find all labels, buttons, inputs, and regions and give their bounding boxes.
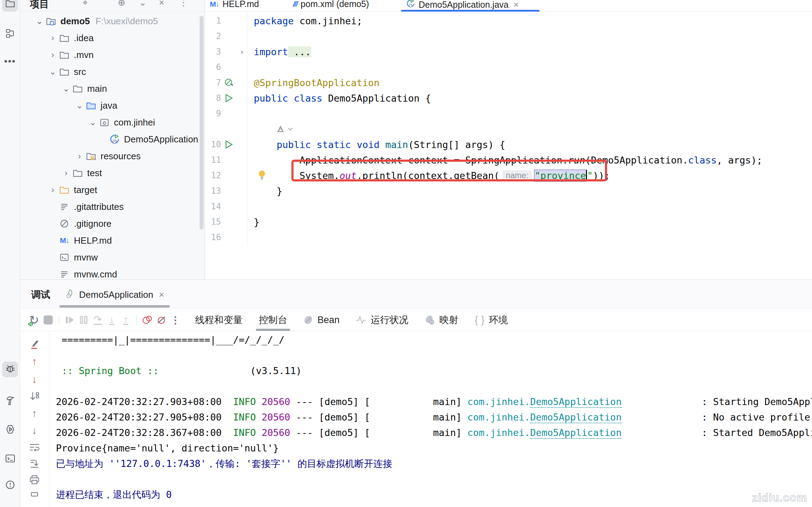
chevron-right-icon[interactable]: › (74, 151, 85, 161)
pause-button[interactable] (77, 313, 91, 327)
close-icon[interactable]: × (514, 0, 519, 10)
tab-threads-variables[interactable]: 线程和变量 (195, 309, 243, 331)
resume-button[interactable] (63, 313, 77, 327)
tree-row-demo5application[interactable]: Demo5Application (20, 131, 205, 148)
select-opened-file-icon[interactable]: ⌖ (83, 0, 88, 8)
tree-row-idea[interactable]: › .idea (20, 30, 205, 46)
more-icon: ••• (4, 56, 16, 67)
mute-breakpoints-button[interactable] (154, 313, 168, 327)
chevron-right-icon[interactable]: › (47, 185, 58, 195)
code-editor[interactable]: 1 package com.jinhei; 2 3 › import ... 6… (205, 12, 812, 245)
structure-tool-button[interactable] (2, 26, 18, 42)
chevron-right-icon[interactable]: › (47, 33, 58, 43)
editor-tab-strip: M↓ HELP.md /// pom.xml (demo5) Demo5Appl… (205, 0, 812, 12)
jump-to-source-icon[interactable] (28, 391, 41, 402)
step-over-button[interactable]: ↷ (91, 313, 105, 327)
folder-icon (58, 33, 70, 43)
clear-console-icon[interactable] (28, 491, 41, 501)
fold-expand-icon[interactable]: › (237, 47, 247, 56)
chevron-down-icon[interactable]: ⌄ (34, 16, 45, 26)
spring-boot-version-line: :: Spring Boot :: (v3.5.11) (56, 363, 812, 379)
scroll-to-end-icon[interactable] (28, 458, 41, 469)
logger-link[interactable]: Demo5Application (530, 396, 621, 408)
tab-bean[interactable]: Bean (303, 309, 340, 331)
soft-wrap-icon[interactable] (28, 442, 41, 453)
tree-row-mvnw-cmd[interactable]: mvnw.cmd (20, 266, 205, 280)
session-tab-label: Demo5Application (79, 289, 153, 300)
tree-row-com-jinhei[interactable]: ⌄ com.jinhei (20, 114, 205, 131)
build-tool-button[interactable] (2, 393, 18, 409)
code-method-name: main (385, 139, 408, 150)
tree-row-resources[interactable]: › resources (20, 148, 205, 165)
step-out-button[interactable]: ↑ (119, 313, 133, 327)
tree-row-src[interactable]: ⌄ src (20, 63, 205, 80)
tree-label: .gitattributes (74, 201, 124, 212)
stop-button[interactable] (41, 313, 55, 327)
more-tool-windows-button[interactable]: ••• (2, 53, 18, 69)
tab-help-md[interactable]: M↓ HELP.md (210, 0, 259, 12)
view-breakpoints-button[interactable] (140, 313, 154, 327)
intention-bulb-icon[interactable] (258, 170, 266, 182)
logger-link[interactable]: Demo5Application (530, 412, 621, 423)
print-icon[interactable] (28, 475, 41, 485)
line-number: 7 (205, 78, 221, 88)
line-number: 8 (205, 93, 221, 103)
tab-demo5application-java[interactable]: Demo5Application.java × (401, 0, 540, 12)
debug-tool-button[interactable] (2, 361, 18, 377)
tree-project-path: F:\xuexi\demo5 (96, 16, 158, 27)
services-icon (5, 424, 15, 436)
marker-icon[interactable] (28, 339, 41, 349)
terminal-tool-button[interactable] (2, 451, 18, 467)
problems-tool-button[interactable] (2, 477, 18, 493)
rerun-application-gutter-icon[interactable] (221, 78, 237, 87)
line-number: 11 (205, 155, 221, 165)
console-output[interactable]: =========|_|==============|___/=/_/_/_/ … (49, 331, 812, 507)
tab-environment[interactable]: { } 环境 (475, 309, 508, 331)
down-stack-trace-icon[interactable]: ↓ (28, 373, 41, 385)
tree-row-test[interactable]: › test (20, 165, 205, 181)
tree-row-mvnw[interactable]: mvnw (20, 249, 205, 266)
tree-row-gitignore[interactable]: .gitignore (20, 215, 205, 232)
logger-link[interactable]: Demo5Application (530, 427, 621, 439)
chevron-down-icon[interactable]: ⌄ (87, 117, 98, 127)
tree-row-gitattributes[interactable]: .gitattributes (20, 198, 205, 215)
chevron-down-icon[interactable]: ⌄ (47, 67, 58, 77)
step-into-button[interactable]: ↓ (105, 313, 119, 327)
project-panel: 项目 ⌖ ⊕ ⌄ × ⋮ ⌄ demo5 F:\xuexi\demo5 › (20, 0, 205, 280)
run-class-gutter-icon[interactable] (221, 94, 237, 103)
services-tool-button[interactable] (2, 422, 18, 438)
code-keyword: import (254, 46, 288, 57)
up-stack-trace-icon[interactable]: ↑ (28, 355, 41, 367)
chevron-right-icon[interactable]: › (60, 168, 72, 178)
tree-row-demo5[interactable]: ⌄ demo5 F:\xuexi\demo5 (20, 13, 205, 30)
chevron-down-icon[interactable]: ⌄ (60, 84, 72, 94)
code-vision-ai-icon[interactable] (276, 124, 293, 134)
tree-row-helpmd[interactable]: M↓ HELP.md (20, 232, 205, 249)
chevron-right-icon[interactable]: › (47, 50, 58, 60)
tree-scrollbar[interactable] (200, 16, 204, 230)
folded-imports[interactable]: ... (288, 46, 311, 57)
tab-console[interactable]: 控制台 (259, 309, 287, 331)
tab-health[interactable]: 运行状况 (356, 309, 408, 331)
close-icon[interactable]: × (159, 289, 164, 300)
rerun-button[interactable]: ↻ (27, 313, 41, 327)
hide-panel-icon[interactable]: × (159, 0, 164, 8)
toolbar-more-icon[interactable]: ⋮ (168, 313, 182, 327)
tree-row-main[interactable]: ⌄ main (20, 80, 205, 97)
run-main-gutter-icon[interactable] (221, 140, 237, 149)
tree-row-mvn[interactable]: › .mvn (20, 46, 205, 63)
project-tool-button[interactable] (2, 0, 18, 12)
markdown-file-icon: M↓ (210, 0, 219, 8)
tree-row-java[interactable]: ⌄ java (20, 97, 205, 114)
debug-session-tab[interactable]: Demo5Application × (59, 285, 170, 304)
next-occurrence-icon[interactable]: ↓ (28, 425, 41, 436)
problems-icon (5, 480, 15, 492)
tree-row-target[interactable]: › target (20, 181, 205, 198)
tab-mappings[interactable]: 映射 (425, 309, 458, 331)
tab-pom-xml[interactable]: /// pom.xml (demo5) (293, 0, 369, 12)
expand-all-icon[interactable]: ⊕ (118, 0, 125, 8)
chevron-down-icon[interactable]: ⌄ (74, 101, 85, 110)
collapse-all-icon[interactable]: ⌄ (139, 0, 147, 8)
panel-options-icon[interactable]: ⋮ (179, 0, 188, 8)
previous-occurrence-icon[interactable]: ↑ (28, 408, 41, 419)
